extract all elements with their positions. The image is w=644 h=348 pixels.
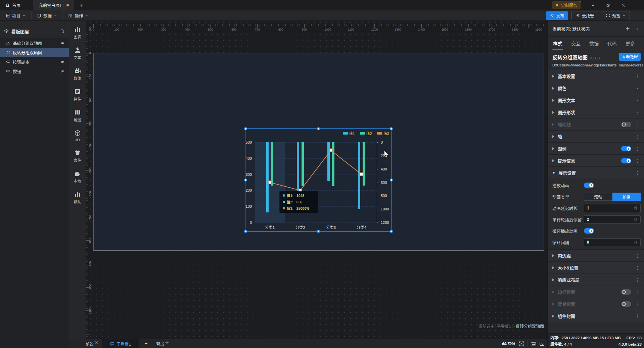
- section-menu-icon[interactable]: ⋮: [635, 111, 640, 114]
- setting-input[interactable]: 1秒: [584, 204, 641, 212]
- section-辅助线[interactable]: 辅助线⋮: [548, 118, 644, 130]
- restore-button[interactable]: [600, 0, 615, 10]
- add-state-button[interactable]: [625, 26, 630, 31]
- tab-更多[interactable]: 更多: [626, 40, 635, 50]
- section-menu-icon[interactable]: ⋮: [635, 135, 640, 138]
- menu-item-数据[interactable]: 数据: [32, 10, 63, 20]
- toolbar-item-3D[interactable]: 3D: [74, 130, 81, 142]
- toolbar-item-本地[interactable]: 本地: [74, 170, 81, 184]
- segment-option-轮播[interactable]: 轮播: [612, 193, 641, 201]
- view-tutorial-button[interactable]: 查看教程: [619, 53, 641, 61]
- toggle-off[interactable]: [621, 301, 631, 307]
- subboard-tab[interactable]: 子看板1: [102, 339, 139, 348]
- close-button[interactable]: [615, 0, 631, 10]
- toggle-on[interactable]: [621, 146, 631, 151]
- project-tab[interactable]: 我的空白项目: [33, 0, 74, 10]
- section-图例[interactable]: 图例⋮: [548, 142, 644, 154]
- preview-button[interactable]: 预览: [602, 11, 630, 20]
- layer-item-反转分组双轴图[interactable]: 反转分组双轴图: [0, 48, 69, 57]
- toolbar-item-默认[interactable]: 默认: [74, 191, 81, 204]
- section-响应式布局[interactable]: 响应式布局⋮: [548, 274, 644, 286]
- layer-item-基础分组双轴图[interactable]: 基础分组双轴图: [0, 38, 69, 48]
- legend-item-值2[interactable]: 值2: [360, 131, 372, 136]
- home-tab[interactable]: 首页: [0, 0, 26, 10]
- section-基本设置[interactable]: 基本设置⋮: [548, 70, 644, 82]
- section-menu-icon[interactable]: ⋮: [635, 147, 640, 150]
- tab-代码[interactable]: 代码: [607, 40, 617, 50]
- search-icon[interactable]: [60, 29, 65, 34]
- section-menu-icon[interactable]: ⋮: [635, 266, 640, 269]
- eye-hidden-icon[interactable]: [60, 41, 65, 45]
- eye-hidden-icon[interactable]: [60, 69, 65, 73]
- cloud-host-button[interactable]: 云托管: [571, 11, 598, 20]
- selection-handle[interactable]: [244, 127, 247, 130]
- section-menu-icon[interactable]: ⋮: [635, 74, 640, 78]
- new-tab-button[interactable]: +: [74, 0, 88, 10]
- tab-数据[interactable]: 数据: [589, 40, 599, 50]
- section-图形文本[interactable]: 图形文本⋮: [548, 94, 644, 106]
- section-menu-icon[interactable]: ⋮: [635, 87, 640, 90]
- add-foreground-icon[interactable]: [95, 341, 98, 344]
- section-组件封面[interactable]: 组件封面⋮: [548, 310, 644, 322]
- selection-handle[interactable]: [390, 179, 393, 182]
- menu-item-操作[interactable]: 操作: [63, 10, 94, 20]
- layer-item-按钮副本[interactable]: 按钮副本: [0, 57, 69, 66]
- toolbar-item-套件[interactable]: 套件: [74, 149, 81, 163]
- section-menu-icon[interactable]: ⋮: [635, 278, 640, 282]
- section-menu-icon[interactable]: ⋮: [635, 314, 640, 318]
- legend-item-值3[interactable]: 值3: [377, 131, 389, 136]
- section-menu-icon[interactable]: ⋮: [635, 302, 640, 306]
- toggle-off[interactable]: [621, 122, 631, 127]
- toggle-on[interactable]: [621, 158, 631, 163]
- add-board-button[interactable]: +: [139, 339, 153, 348]
- section-展示设置[interactable]: 展示设置⋮: [548, 166, 644, 179]
- background-button[interactable]: 背景: [153, 339, 172, 348]
- publish-button[interactable]: 发布: [546, 11, 568, 20]
- selection-handle[interactable]: [244, 230, 247, 233]
- toggle-off[interactable]: [621, 289, 631, 295]
- menu-item-项目[interactable]: 项目: [0, 10, 32, 20]
- toolbar-item-图表[interactable]: 图表: [74, 26, 81, 39]
- toggle-on[interactable]: [584, 228, 594, 234]
- section-图形形状[interactable]: 图形形状⋮: [548, 106, 644, 118]
- selection-handle[interactable]: [390, 127, 393, 130]
- chart-legend[interactable]: 值1值2值3: [343, 131, 389, 136]
- section-颜色[interactable]: 颜色⋮: [548, 82, 644, 94]
- section-轴[interactable]: 轴⋮: [548, 130, 644, 142]
- toolbar-item-媒体[interactable]: 媒体: [74, 67, 81, 81]
- selection-handle[interactable]: [244, 179, 247, 182]
- section-menu-icon[interactable]: ⋮: [635, 254, 640, 257]
- chart-widget-reversed-biaxial[interactable]: 值1值2值3 010020030040050002004006008001000…: [245, 129, 391, 231]
- keyboard-shortcuts-icon[interactable]: [531, 341, 536, 346]
- selection-handle[interactable]: [317, 230, 320, 233]
- toolbar-item-控件[interactable]: 控件: [74, 88, 81, 102]
- expand-states-icon[interactable]: [636, 27, 639, 31]
- section-menu-icon[interactable]: ⋮: [635, 159, 640, 162]
- legend-item-值1[interactable]: 值1: [343, 131, 355, 136]
- section-背景设置[interactable]: 背景设置⋮: [548, 298, 644, 310]
- layer-item-按钮[interactable]: 按钮: [0, 66, 69, 76]
- toggle-on[interactable]: [584, 183, 594, 188]
- custom-service-button[interactable]: 定制服务: [552, 1, 581, 9]
- section-menu-icon[interactable]: ⋮: [635, 171, 640, 175]
- section-边框设置[interactable]: 边框设置⋮: [548, 286, 644, 298]
- segment-option-滚动[interactable]: 滚动: [584, 193, 612, 201]
- setting-input[interactable]: 0秒: [584, 238, 641, 246]
- section-提示信息[interactable]: 提示信息⋮: [548, 154, 644, 166]
- foreground-button[interactable]: 前景: [82, 339, 102, 348]
- add-background-icon[interactable]: [165, 341, 169, 344]
- tab-交互[interactable]: 交互: [571, 40, 581, 50]
- toolbar-item-地图[interactable]: 地图: [74, 109, 81, 122]
- section-内边距[interactable]: 内边距⋮: [548, 249, 644, 261]
- section-menu-icon[interactable]: ⋮: [635, 99, 640, 102]
- section-menu-icon[interactable]: ⋮: [635, 123, 640, 126]
- zoom-level[interactable]: 69.79%: [502, 342, 515, 346]
- tab-样式[interactable]: 样式: [553, 40, 562, 50]
- minimize-button[interactable]: [585, 0, 600, 10]
- toolbar-item-文本[interactable]: 文本: [74, 46, 81, 60]
- fit-screen-icon[interactable]: [519, 341, 524, 346]
- setting-input[interactable]: 2秒: [584, 215, 641, 223]
- selection-handle[interactable]: [317, 127, 320, 130]
- terminal-icon[interactable]: [539, 341, 545, 346]
- eye-hidden-icon[interactable]: [60, 60, 65, 64]
